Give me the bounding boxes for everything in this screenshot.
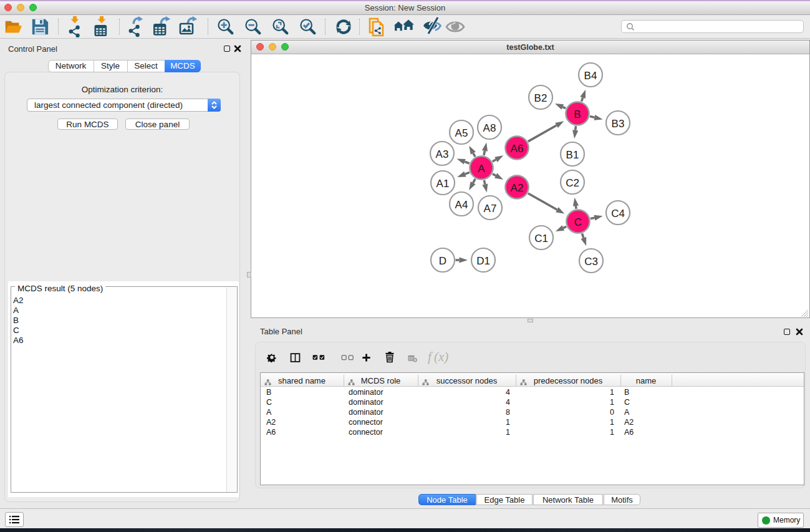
svg-text:A4: A4 [455,199,468,211]
svg-text:A8: A8 [483,122,496,134]
svg-text:A2: A2 [511,182,524,194]
svg-text:A1: A1 [436,178,450,190]
svg-text:D: D [439,255,446,267]
svg-text:A5: A5 [455,127,468,139]
svg-text:A6: A6 [511,143,524,155]
svg-text:B: B [574,109,581,120]
svg-text:B1: B1 [566,149,579,161]
svg-text:B4: B4 [584,70,597,82]
svg-text:C: C [574,216,582,228]
svg-text:C2: C2 [566,177,579,189]
svg-text:C3: C3 [584,256,598,268]
svg-text:B2: B2 [534,92,547,104]
svg-text:C4: C4 [611,208,625,220]
svg-text:D1: D1 [476,255,490,267]
svg-text:A7: A7 [484,203,497,215]
svg-text:B3: B3 [612,118,625,130]
svg-text:A: A [478,163,485,175]
svg-text:C1: C1 [534,233,548,244]
svg-text:A3: A3 [436,148,449,160]
